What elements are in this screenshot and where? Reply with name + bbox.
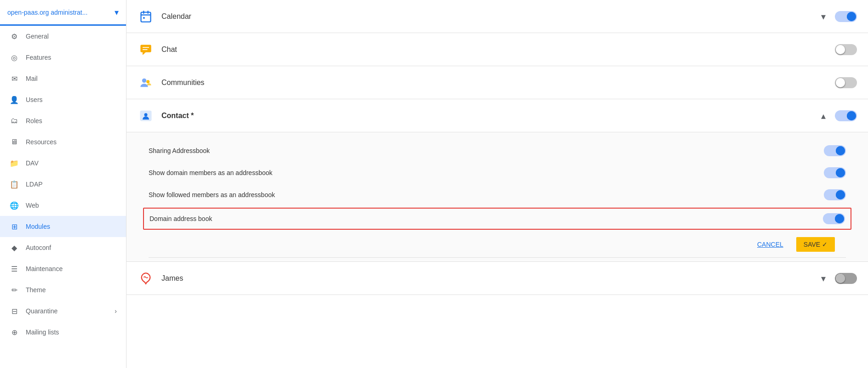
mailing-lists-icon: ⊕ — [9, 327, 19, 337]
cancel-button[interactable]: CANCEL — [752, 237, 789, 252]
module-row-communities: Communities — [126, 66, 868, 99]
org-dropdown-icon[interactable]: ▾ — [115, 7, 119, 17]
sidebar-item-general[interactable]: ⚙ General — [0, 26, 126, 47]
roles-icon: 🗂 — [9, 116, 19, 126]
general-icon: ⚙ — [9, 31, 19, 41]
sub-item-show-followed-members: Show followed members as an addressbook — [149, 184, 846, 206]
chevron-calendar[interactable]: ▾ — [819, 9, 828, 24]
sub-item-label-show-domain-members: Show domain members as an addressbook — [149, 169, 816, 176]
maintenance-icon: ☰ — [9, 264, 19, 274]
sidebar-item-users[interactable]: 👤 Users — [0, 89, 126, 110]
module-row-contact: Contact * ▴ — [126, 99, 868, 132]
module-title-communities: Communities — [161, 79, 835, 87]
sub-item-label-show-followed-members: Show followed members as an addressbook — [149, 191, 816, 198]
svg-marker-6 — [143, 52, 146, 55]
sidebar-item-web[interactable]: 🌐 Web — [0, 195, 126, 216]
org-header[interactable]: open-paas.org administrat... ▾ — [0, 0, 126, 26]
submenu-arrow: › — [115, 307, 117, 315]
main-content: Calendar ▾ Chat Communities Co — [126, 0, 868, 368]
sidebar: open-paas.org administrat... ▾ ⚙ General… — [0, 0, 126, 368]
sidebar-label-theme: Theme — [26, 286, 46, 294]
svg-point-9 — [142, 78, 146, 82]
chat-icon — [138, 41, 154, 58]
svg-point-10 — [146, 80, 149, 83]
action-bar: CANCEL SAVE ✓ — [149, 232, 846, 258]
sidebar-nav: ⚙ General ◎ Features ✉ Mail 👤 Users 🗂 Ro… — [0, 26, 126, 343]
mail-icon: ✉ — [9, 74, 19, 84]
sidebar-label-autoconf: Autoconf — [26, 244, 51, 251]
svg-rect-4 — [143, 17, 145, 18]
toggle-communities[interactable] — [835, 77, 857, 88]
resources-icon: 🖥 — [9, 137, 19, 147]
sidebar-item-features[interactable]: ◎ Features — [0, 47, 126, 68]
sub-item-label-sharing-addressbook: Sharing Addressbook — [149, 147, 816, 154]
toggle-chat[interactable] — [835, 44, 857, 55]
svg-rect-0 — [141, 12, 151, 22]
module-title-chat: Chat — [161, 45, 835, 54]
module-title-james: James — [161, 274, 819, 283]
sidebar-item-maintenance[interactable]: ☰ Maintenance — [0, 258, 126, 279]
toggle-sharing-addressbook[interactable] — [824, 145, 846, 156]
toggle-james[interactable] — [835, 273, 857, 284]
sidebar-item-mail[interactable]: ✉ Mail — [0, 68, 126, 89]
features-icon: ◎ — [9, 52, 19, 62]
sidebar-label-dav: DAV — [26, 159, 39, 167]
org-name: open-paas.org administrat... — [7, 9, 112, 16]
sidebar-label-features: Features — [26, 54, 51, 61]
toggle-show-domain-members[interactable] — [824, 167, 846, 178]
sub-item-show-domain-members: Show domain members as an addressbook — [149, 162, 846, 184]
sidebar-item-dav[interactable]: 📁 DAV — [0, 153, 126, 174]
svg-point-12 — [144, 113, 148, 116]
modules-icon: ⊞ — [9, 221, 19, 232]
module-title-contact: Contact * — [161, 112, 819, 120]
communities-icon — [138, 74, 154, 91]
sidebar-label-general: General — [26, 33, 49, 40]
theme-icon: ✏ — [9, 285, 19, 295]
web-icon: 🌐 — [9, 200, 19, 210]
james-icon — [138, 270, 154, 287]
sidebar-item-theme[interactable]: ✏ Theme — [0, 279, 126, 300]
contact-icon — [138, 108, 154, 124]
sidebar-item-quarantine[interactable]: ⊟ Quarantine › — [0, 300, 126, 322]
sidebar-label-mail: Mail — [26, 75, 38, 82]
toggle-contact[interactable] — [835, 110, 857, 121]
sidebar-label-users: Users — [26, 96, 43, 103]
sidebar-label-mailing-lists: Mailing lists — [26, 328, 59, 336]
sidebar-label-quarantine: Quarantine — [26, 307, 57, 315]
chevron-contact[interactable]: ▴ — [819, 108, 828, 123]
chevron-james[interactable]: ▾ — [819, 271, 828, 286]
toggle-calendar[interactable] — [835, 11, 857, 22]
sub-item-sharing-addressbook: Sharing Addressbook — [149, 140, 846, 162]
quarantine-icon: ⊟ — [9, 306, 19, 316]
module-row-calendar: Calendar ▾ — [126, 0, 868, 33]
sidebar-item-modules[interactable]: ⊞ Modules — [0, 216, 126, 237]
sidebar-item-autoconf[interactable]: ◆ Autoconf — [0, 237, 126, 258]
svg-rect-5 — [140, 45, 151, 52]
ldap-icon: 📋 — [9, 179, 19, 189]
save-button[interactable]: SAVE ✓ — [796, 237, 835, 252]
sidebar-item-resources[interactable]: 🖥 Resources — [0, 131, 126, 153]
sidebar-item-roles[interactable]: 🗂 Roles — [0, 110, 126, 131]
sidebar-item-mailing-lists[interactable]: ⊕ Mailing lists — [0, 322, 126, 343]
calendar-icon — [138, 8, 154, 25]
module-row-james: James ▾ — [126, 262, 868, 295]
sidebar-label-modules: Modules — [26, 223, 50, 230]
dav-icon: 📁 — [9, 158, 19, 168]
users-icon: 👤 — [9, 95, 19, 105]
toggle-domain-address-book[interactable] — [823, 213, 845, 224]
module-row-chat: Chat — [126, 33, 868, 66]
module-title-calendar: Calendar — [161, 12, 819, 21]
sidebar-label-ldap: LDAP — [26, 181, 43, 188]
sidebar-label-web: Web — [26, 202, 39, 209]
sidebar-label-roles: Roles — [26, 117, 42, 125]
toggle-show-followed-members[interactable] — [824, 189, 846, 200]
sidebar-label-maintenance: Maintenance — [26, 265, 63, 272]
modules-list: Calendar ▾ Chat Communities Co — [126, 0, 868, 295]
sidebar-item-ldap[interactable]: 📋 LDAP — [0, 174, 126, 195]
autoconf-icon: ◆ — [9, 243, 19, 253]
sub-item-label-domain-address-book: Domain address book — [149, 215, 816, 222]
sub-item-domain-address-book: Domain address book — [143, 208, 851, 230]
sidebar-label-resources: Resources — [26, 138, 57, 146]
sub-section-contact: Sharing Addressbook Show domain members … — [126, 132, 868, 262]
